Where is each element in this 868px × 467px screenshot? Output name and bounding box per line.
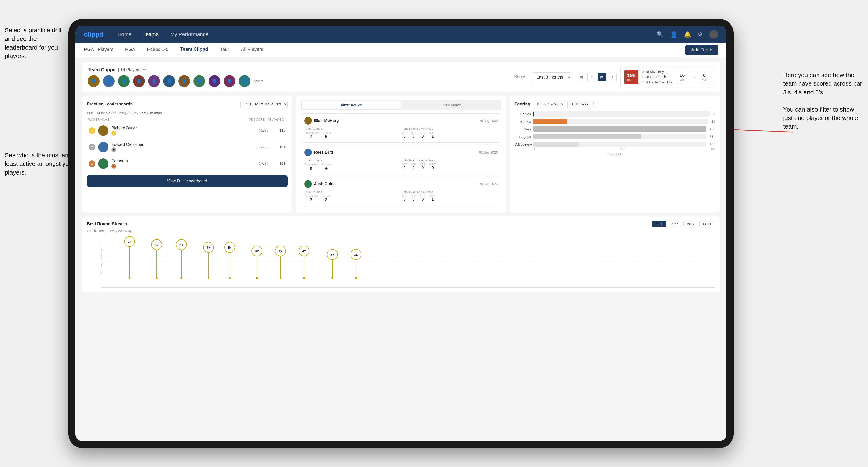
player-avatar-10[interactable]: 👤 xyxy=(224,75,236,87)
pac-activity-row-1: OTT 0 APP 0 ARG 0 xyxy=(402,131,498,138)
player-avatar-1[interactable]: 👤 xyxy=(88,75,99,87)
pac-date-3: 26 Aug 2023 xyxy=(479,182,498,186)
nav-teams[interactable]: Teams xyxy=(143,31,158,37)
streak-filter-putt[interactable]: PUTT xyxy=(700,220,715,227)
search-icon[interactable]: 🔍 xyxy=(657,31,664,38)
pac-app-1: APP 0 xyxy=(411,131,416,138)
navbar-icons: 🔍 👤 🔔 ⚙ xyxy=(657,30,718,39)
bar-track-bogeys xyxy=(533,134,706,139)
players-label: Players xyxy=(252,79,264,83)
pac-stat-values-1: Tournament 7 Practice 6 xyxy=(304,131,400,139)
edit-icon[interactable]: ✏ xyxy=(143,67,146,72)
bar-fill-eagles xyxy=(533,111,534,117)
view-full-leaderboard-button[interactable]: View Full Leaderboard xyxy=(87,176,287,187)
player-avatar-9[interactable]: 👤 xyxy=(209,75,220,87)
activity-card: Most Active Least Active Blair McHarg 26… xyxy=(296,96,506,213)
sub-nav-tour[interactable]: Tour xyxy=(220,47,229,53)
nav-my-performance[interactable]: My Performance xyxy=(170,31,208,37)
pac-name-2: Rees Britt xyxy=(304,149,333,156)
chart-footer: Total Shots xyxy=(515,152,715,156)
sub-nav-pgat[interactable]: PGAT Players xyxy=(84,47,114,53)
player-avatar-5[interactable]: 👤 xyxy=(148,75,160,87)
streaks-title: Best Round Streaks xyxy=(87,221,127,226)
lb-name-2: Edward Crossman xyxy=(111,142,252,147)
pac-stats-2: Total Rounds Tournament 8 Practice 4 xyxy=(304,158,498,171)
user-icon[interactable]: 👤 xyxy=(670,31,677,38)
toggle-least-active[interactable]: Least Active xyxy=(401,101,500,109)
score-display: 198 SC xyxy=(624,70,639,84)
sub-nav-pga[interactable]: PGA xyxy=(125,47,135,53)
x-label-400: 400 xyxy=(710,148,715,151)
streak-filter-ott[interactable]: OTT xyxy=(652,220,666,227)
players-filter-select[interactable]: All Players xyxy=(567,100,595,108)
lb-col-player: PLAYER NAME xyxy=(88,118,249,121)
svg-text:7x: 7x xyxy=(128,240,131,244)
bar-val-pars: 499 xyxy=(710,127,715,131)
lb-row-2[interactable]: 2 Edward Crossman ② 18/20 107 xyxy=(87,139,287,155)
sub-nav-hcaps[interactable]: Hcaps 1-5 xyxy=(147,47,168,53)
svg-point-17 xyxy=(181,277,182,279)
pac-header-1: Blair McHarg 26 Aug 2023 xyxy=(304,117,498,125)
streak-filter-arg[interactable]: ARG xyxy=(683,220,698,227)
streaks-header: Best Round Streaks OTT APP ARG PUTT xyxy=(87,220,715,227)
drill-select[interactable]: PUTT Must Make Putting... xyxy=(240,100,287,108)
player-avatar-8[interactable]: 👤 xyxy=(193,75,205,87)
score-value: 198 xyxy=(627,73,636,78)
player-avatar-2[interactable]: 👤 xyxy=(103,75,115,87)
practice-leaderboards-card: Practice Leaderboards PUTT Must Make Put… xyxy=(82,96,292,213)
player-avatar-11[interactable]: 👤 xyxy=(239,75,250,87)
settings-icon[interactable]: ⚙ xyxy=(698,31,703,38)
pac-arg-1: ARG 0 xyxy=(420,131,426,138)
scoring-card: Scoring Par 3, 4 & 5s Par 3s Par 4s Par … xyxy=(510,96,720,213)
show-select[interactable]: Last 3 months Last 6 months Last year xyxy=(532,72,571,82)
annotation-right: Here you can see how the team have score… xyxy=(783,71,863,131)
view-card-icon[interactable]: ▤ xyxy=(598,73,606,81)
sub-navbar: PGAT Players PGA Hcaps 1-5 Team Clippd T… xyxy=(75,43,726,57)
lb-row-3[interactable]: 3 Cameron... ③ 17/20 103 xyxy=(87,156,287,171)
pac-ott-1: OTT 0 xyxy=(402,131,407,138)
main-content: Team Clippd | 14 Players ✏ 👤 👤 👤 👤 👤 👤 xyxy=(75,57,726,441)
view-list-icon[interactable]: ≡ xyxy=(587,73,596,81)
player-avatar-7[interactable]: 👤 xyxy=(178,75,190,87)
bar-birdies: Birdies 96 xyxy=(515,119,715,124)
svg-point-9 xyxy=(129,277,130,279)
badge-bronze-3: ③ xyxy=(111,164,116,168)
player-avatar-6[interactable]: 👤 xyxy=(163,75,175,87)
view-grid-icon[interactable]: ▦ xyxy=(577,73,585,81)
par-filter-select[interactable]: Par 3, 4 & 5s Par 3s Par 4s Par 5s xyxy=(533,100,564,108)
bell-icon[interactable]: 🔔 xyxy=(684,31,691,38)
pac-total-practice-1: Total Practice Activities OTT 0 APP 0 xyxy=(402,127,498,139)
lb-name-1: Richard Butler xyxy=(111,126,252,130)
streak-filter-app[interactable]: APP xyxy=(668,220,681,227)
leaderboard-subtitle: PUTT Must Make Putting (3-6 ft), Last 3 … xyxy=(87,111,287,115)
player-avatar-3[interactable]: 👤 xyxy=(118,75,130,87)
nav-home[interactable]: Home xyxy=(118,31,131,37)
add-team-button[interactable]: Add Team xyxy=(685,45,718,55)
lb-row-1[interactable]: 1 Richard Butler ⭐ 19/20 110 xyxy=(87,123,287,138)
x-label-200: 200 xyxy=(620,148,625,151)
yds-box-2: 0 yds xyxy=(699,70,710,84)
bar-label-eagles: Eagles xyxy=(515,112,531,116)
lb-table-header: PLAYER NAME PB SCORE PB AVG SQ xyxy=(87,118,287,121)
svg-point-41 xyxy=(331,277,333,279)
svg-point-25 xyxy=(229,277,231,279)
sub-nav-team-clippd[interactable]: Team Clippd xyxy=(180,46,208,53)
sub-nav-all-players[interactable]: All Players xyxy=(241,47,263,53)
lb-rank-3: 3 xyxy=(89,160,95,167)
badge-gold-1: ⭐ xyxy=(111,131,116,135)
svg-text:4x: 4x xyxy=(279,249,282,253)
bar-track-eagles xyxy=(533,111,710,117)
view-table-icon[interactable]: ↕ xyxy=(608,73,617,81)
team-left: Team Clippd | 14 Players ✏ 👤 👤 👤 👤 👤 👤 xyxy=(88,67,264,87)
bar-bogeys: Bogeys 311 xyxy=(515,134,715,139)
chart-x-axis: 0 200 400 xyxy=(515,148,715,151)
toggle-most-active[interactable]: Most Active xyxy=(302,101,401,109)
player-avatar-4[interactable]: 👤 xyxy=(133,75,145,87)
scoring-bar-chart: Eagles 3 Birdies 96 xyxy=(515,111,715,147)
bar-label-birdies: Birdies xyxy=(515,120,531,124)
user-avatar[interactable] xyxy=(710,30,718,39)
lb-avg-1: 110 xyxy=(272,129,286,133)
team-player-count: | 14 Players xyxy=(118,67,141,72)
svg-point-21 xyxy=(208,277,210,279)
bar-val-bogeys: 311 xyxy=(710,135,715,138)
